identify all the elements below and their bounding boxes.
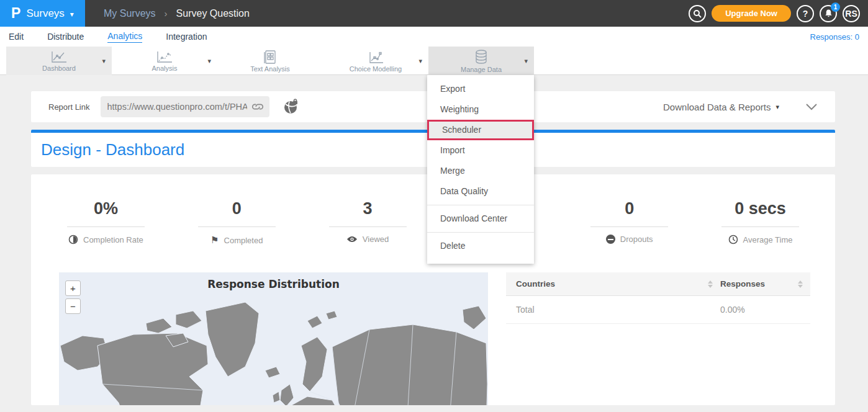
questionpro-logo-icon: P [11, 5, 20, 22]
column-header-responses: Responses [720, 279, 765, 289]
stat-completed: 0 ⚑ Completed [171, 199, 302, 246]
menu-divider [427, 205, 534, 205]
breadcrumb-separator-icon: › [165, 8, 168, 19]
report-link-input[interactable] [101, 96, 269, 117]
help-button[interactable]: ? [797, 5, 814, 22]
flag-icon: ⚑ [210, 235, 219, 246]
world-map[interactable] [59, 297, 488, 405]
caret-down-icon: ▾ [775, 103, 779, 111]
clock-icon [728, 235, 738, 244]
menu-item-scheduler[interactable]: Scheduler [427, 120, 534, 140]
notification-badge: 1 [831, 2, 840, 12]
breadcrumb: My Surveys › Survey Question [104, 8, 250, 19]
caret-down-icon[interactable]: ▾ [207, 57, 211, 65]
product-label: Surveys [26, 7, 64, 20]
avatar[interactable]: RS [843, 5, 860, 22]
tab-manage-data[interactable]: Manage Data ▾ [428, 47, 534, 75]
document-grid-icon [263, 50, 278, 65]
menu-item-weighting[interactable]: Weighting [427, 99, 534, 120]
responses-count: Responses: 0 [810, 32, 860, 42]
stat-viewed: 3 Viewed [302, 199, 433, 246]
menu-item-data-quality[interactable]: Data Quality [427, 181, 534, 202]
notifications-button[interactable]: 1 [820, 5, 837, 22]
countries-table: Countries Responses Total 0.00% [506, 272, 810, 405]
search-icon [693, 9, 702, 18]
breadcrumb-current: Survey Question [176, 8, 250, 19]
top-header: P Surveys ▾ My Surveys › Survey Question… [0, 0, 868, 27]
menu-item-delete[interactable]: Delete [427, 236, 534, 256]
menu-divider [427, 232, 534, 233]
sort-icon-responses[interactable] [798, 280, 803, 288]
surveys-product-switcher[interactable]: P Surveys ▾ [0, 0, 85, 27]
column-header-countries: Countries [516, 279, 555, 289]
menu-item-merge[interactable]: Merge [427, 161, 534, 181]
database-icon [473, 49, 489, 65]
manage-data-menu: Export Weighting Scheduler Import Merge … [427, 75, 534, 264]
tab-text-analysis[interactable]: Text Analysis [217, 47, 323, 75]
stat-completion-rate: 0% Completion Rate [40, 199, 171, 246]
question-mark-icon: ? [803, 9, 808, 19]
sort-icon-countries[interactable] [708, 280, 713, 288]
minus-circle-icon [606, 235, 615, 244]
search-button[interactable] [689, 5, 706, 22]
caret-down-icon[interactable]: ▾ [102, 57, 106, 65]
nav-tab-edit[interactable]: Edit [9, 32, 24, 42]
report-privacy-button[interactable] [283, 99, 299, 115]
tab-dashboard[interactable]: Dashboard ▾ [6, 47, 112, 75]
countries-table-header: Countries Responses [506, 272, 810, 296]
breadcrumb-my-surveys[interactable]: My Surveys [104, 8, 156, 19]
report-link-label: Report Link [48, 102, 89, 112]
link-icon [251, 101, 264, 113]
caret-down-icon[interactable]: ▾ [524, 57, 528, 65]
eye-icon [346, 235, 358, 243]
stat-average-time: 0 secs Average Time [695, 199, 826, 246]
nav-tab-integration[interactable]: Integration [166, 32, 207, 42]
nav-tab-analytics[interactable]: Analytics [107, 31, 142, 43]
response-distribution-map[interactable]: Response Distribution + − [59, 272, 488, 405]
map-title: Response Distribution [59, 272, 488, 290]
completion-rate-icon [68, 235, 78, 244]
survey-nav: Edit Distribute Analytics Integration Re… [0, 27, 868, 47]
map-zoom-in-button[interactable]: + [65, 280, 81, 296]
upgrade-now-button[interactable]: Upgrade Now [712, 5, 791, 22]
globe-lock-icon [283, 99, 299, 115]
line-chart-icon [50, 50, 68, 64]
trend-chart-icon [156, 50, 173, 64]
tab-analysis[interactable]: Analysis ▾ [112, 47, 217, 75]
caret-down-icon: ▾ [70, 10, 74, 19]
nav-tab-distribute[interactable]: Distribute [47, 32, 84, 42]
menu-item-export[interactable]: Export [427, 79, 534, 99]
table-row-total: Total 0.00% [506, 296, 810, 324]
caret-down-icon[interactable]: ▾ [418, 57, 422, 65]
choice-chart-icon [367, 50, 384, 65]
tab-choice-modelling[interactable]: Choice Modelling ▾ [323, 47, 428, 75]
menu-item-import[interactable]: Import [427, 140, 534, 161]
page-title: Design - Dashboard [31, 140, 184, 159]
analytics-toolbar: Dashboard ▾ Analysis ▾ Text Analysis Cho… [0, 47, 868, 75]
collapse-chevron-icon[interactable] [805, 103, 818, 110]
download-data-reports-menu[interactable]: Download Data & Reports ▾ [663, 102, 779, 112]
stat-dropouts: 0 Dropouts [564, 199, 695, 246]
menu-item-download-center[interactable]: Download Center [427, 208, 534, 229]
